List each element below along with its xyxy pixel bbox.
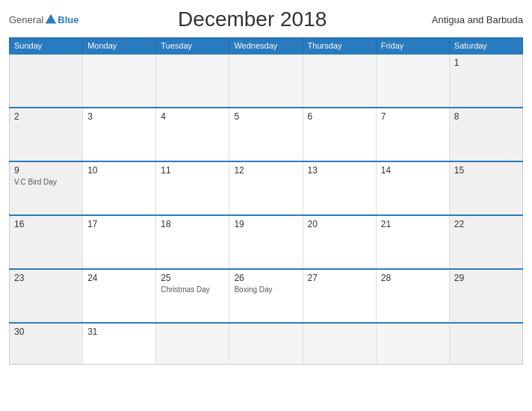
holiday-label: V.C Bird Day: [14, 177, 78, 187]
day-number: 18: [161, 219, 224, 229]
week-row-3: 16171819202122: [10, 215, 523, 269]
calendar-cell: 22: [449, 215, 522, 269]
day-number: 26: [234, 273, 297, 283]
day-number: 19: [234, 219, 297, 229]
day-number: 21: [381, 219, 445, 229]
calendar-cell: 15: [449, 161, 522, 215]
calendar-cell: 2: [10, 108, 83, 161]
country-name: Antigua and Barbuda: [426, 14, 523, 25]
col-header-wednesday: Wednesday: [229, 38, 303, 55]
day-number: 7: [381, 111, 445, 122]
calendar-cell: 24: [83, 269, 156, 323]
calendar-cell: 12: [229, 161, 303, 215]
calendar-cell: 20: [303, 215, 376, 269]
day-number: 8: [454, 111, 518, 122]
calendar-cell: 10: [83, 161, 156, 215]
calendar-cell: 19: [229, 215, 303, 269]
calendar-cell: [229, 323, 303, 364]
day-number: 29: [454, 273, 518, 283]
day-number: 17: [87, 219, 151, 229]
week-row-5: 3031: [10, 323, 523, 364]
day-number: 11: [161, 165, 224, 176]
calendar-cell: 26Boxing Day: [229, 269, 303, 323]
calendar-cell: 16: [10, 215, 83, 269]
calendar-cell: 8: [449, 108, 522, 161]
day-number: 6: [308, 111, 371, 122]
day-number: 5: [234, 111, 297, 122]
day-number: 4: [161, 111, 224, 122]
calendar-cell: [449, 323, 522, 364]
day-number: 27: [308, 273, 371, 283]
calendar-page: General Blue December 2018 Antigua and B…: [0, 0, 532, 411]
calendar-cell: 18: [156, 215, 229, 269]
week-row-4: 232425Christmas Day26Boxing Day272829: [10, 269, 523, 323]
day-number: 30: [14, 327, 78, 337]
calendar-cell: 31: [83, 323, 156, 364]
calendar-cell: 3: [83, 108, 156, 161]
day-number: 25: [161, 273, 224, 283]
day-number: 2: [14, 111, 78, 122]
day-number: 15: [454, 165, 518, 176]
logo-icon: [44, 13, 58, 26]
logo: General Blue: [9, 13, 78, 26]
day-number: 22: [454, 219, 518, 229]
calendar-cell: [156, 54, 229, 108]
week-row-2: 9V.C Bird Day101112131415: [10, 161, 523, 215]
calendar-cell: [10, 54, 83, 108]
day-number: 14: [381, 165, 445, 176]
calendar-cell: [83, 54, 156, 108]
calendar-cell: 30: [10, 323, 83, 364]
calendar-table: SundayMondayTuesdayWednesdayThursdayFrid…: [9, 37, 523, 365]
col-header-saturday: Saturday: [449, 38, 522, 55]
calendar-cell: 6: [303, 108, 376, 161]
holiday-label: Christmas Day: [161, 285, 224, 294]
calendar-cell: 21: [376, 215, 449, 269]
col-header-friday: Friday: [376, 38, 449, 55]
holiday-label: Boxing Day: [234, 285, 297, 294]
calendar-cell: [376, 54, 449, 108]
calendar-cell: 13: [303, 161, 376, 215]
calendar-cell: 28: [376, 269, 449, 323]
calendar-cell: 11: [156, 161, 229, 215]
col-header-thursday: Thursday: [303, 38, 376, 55]
day-number: 20: [308, 219, 371, 229]
calendar-title: December 2018: [78, 7, 426, 31]
calendar-cell: [303, 323, 376, 364]
logo-general: General: [9, 14, 43, 25]
calendar-cell: 5: [229, 108, 303, 161]
week-row-1: 2345678: [10, 108, 523, 161]
calendar-header-row: SundayMondayTuesdayWednesdayThursdayFrid…: [10, 38, 523, 55]
col-header-tuesday: Tuesday: [156, 38, 229, 55]
day-number: 16: [14, 219, 78, 229]
calendar-cell: 4: [156, 108, 229, 161]
calendar-cell: [376, 323, 449, 364]
calendar-cell: 7: [376, 108, 449, 161]
calendar-cell: 29: [449, 269, 522, 323]
day-number: 13: [308, 165, 371, 176]
calendar-cell: 23: [10, 269, 83, 323]
week-row-0: 1: [10, 54, 523, 108]
logo-blue: Blue: [58, 14, 78, 25]
calendar-cell: [156, 323, 229, 364]
calendar-cell: 27: [303, 269, 376, 323]
calendar-body: 123456789V.C Bird Day1011121314151617181…: [10, 54, 523, 364]
day-number: 31: [87, 327, 151, 337]
day-number: 10: [87, 165, 151, 176]
calendar-cell: 9V.C Bird Day: [10, 161, 83, 215]
day-number: 12: [234, 165, 297, 176]
day-number: 28: [381, 273, 445, 283]
day-number: 23: [14, 273, 78, 283]
calendar-cell: 1: [449, 54, 522, 108]
day-number: 24: [87, 273, 151, 283]
calendar-cell: [229, 54, 303, 108]
day-number: 1: [454, 58, 518, 68]
svg-marker-0: [46, 14, 56, 24]
header: General Blue December 2018 Antigua and B…: [9, 7, 523, 31]
day-number: 3: [87, 111, 151, 122]
calendar-cell: 14: [376, 161, 449, 215]
col-header-monday: Monday: [83, 38, 156, 55]
calendar-cell: 25Christmas Day: [156, 269, 229, 323]
calendar-cell: 17: [83, 215, 156, 269]
calendar-cell: [303, 54, 376, 108]
col-header-sunday: Sunday: [10, 38, 83, 55]
